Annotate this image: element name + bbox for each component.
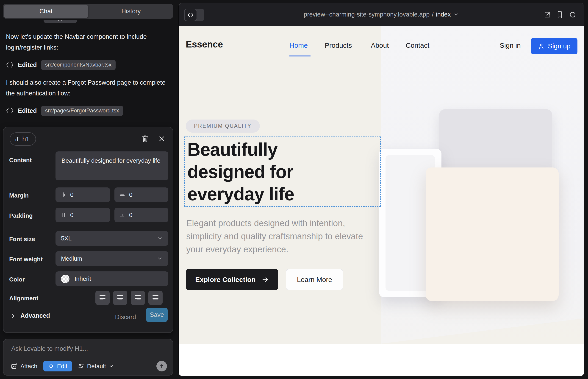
edited-file-row: Edited src/pages/ForgotPassword.tsx xyxy=(6,106,123,116)
chevron-down-icon xyxy=(157,235,163,241)
align-justify-button[interactable] xyxy=(148,291,163,305)
browser-toolbar: preview--charming-site-symphony.lovable.… xyxy=(179,3,584,26)
color-label: Color xyxy=(9,276,25,283)
send-button[interactable] xyxy=(156,361,167,371)
sliders-icon xyxy=(78,363,84,369)
margin-x-field[interactable] xyxy=(56,188,110,202)
code-icon xyxy=(6,62,14,68)
code-icon xyxy=(6,108,14,114)
url-host: preview--charming-site-symphony.lovable.… xyxy=(304,11,430,18)
mobile-view-button[interactable] xyxy=(556,11,564,19)
url-separator: / xyxy=(432,11,434,18)
discard-button[interactable]: Discard xyxy=(115,314,136,321)
chevron-down-icon xyxy=(109,364,114,369)
font-size-label: Font size xyxy=(9,236,35,243)
align-right-button[interactable] xyxy=(131,291,145,305)
padding-x-input[interactable] xyxy=(70,211,93,219)
prompt-input[interactable] xyxy=(11,345,162,353)
edit-label: Edit xyxy=(57,363,67,370)
align-left-button[interactable] xyxy=(95,291,110,305)
chat-sidebar: Chat History Now let's update the Navbar… xyxy=(0,0,179,379)
element-editor-panel: тT h1 Content Beautifully designed for e… xyxy=(3,127,173,333)
font-weight-select[interactable]: Medium xyxy=(56,251,168,266)
hero-heading[interactable]: Beautifully designed for everyday life xyxy=(185,137,380,205)
alignment-label: Alignment xyxy=(9,295,38,302)
target-icon xyxy=(48,363,54,369)
explore-collection-button[interactable]: Explore Collection xyxy=(186,269,278,290)
edited-file-chip[interactable]: src/pages/ForgotPassword.tsx xyxy=(41,106,123,116)
color-value: Inherit xyxy=(75,275,91,283)
nav-link-contact[interactable]: Contact xyxy=(406,42,429,49)
save-button[interactable]: Save xyxy=(146,308,168,322)
padding-x-field[interactable] xyxy=(56,208,110,222)
edited-file-chip[interactable]: src/components/Navbar.tsx xyxy=(41,60,116,70)
selected-h1-outline[interactable]: Beautifully designed for everyday life xyxy=(184,137,381,207)
edited-file-row: Edited src/components/Navbar.tsx xyxy=(6,60,116,70)
close-editor-button[interactable] xyxy=(157,134,167,144)
attach-image-icon xyxy=(11,363,18,370)
nav-link-products[interactable]: Products xyxy=(325,42,352,49)
nav-link-about[interactable]: About xyxy=(371,42,389,49)
arrow-right-icon xyxy=(262,276,269,283)
user-icon xyxy=(538,43,545,49)
type-icon: тT xyxy=(15,135,19,143)
assistant-message: Now let's update the Navbar component to… xyxy=(6,31,169,53)
margin-y-input[interactable] xyxy=(129,191,152,198)
hero-heading-line: Beautifully xyxy=(187,138,380,161)
edited-label: Edited xyxy=(18,62,37,69)
edit-mode-button[interactable]: Edit xyxy=(43,361,72,371)
preview-browser-frame: preview--charming-site-symphony.lovable.… xyxy=(179,3,584,376)
color-select[interactable]: Inherit xyxy=(56,271,168,286)
content-label: Content xyxy=(9,157,32,164)
attach-label: Attach xyxy=(20,363,37,370)
margin-y-field[interactable] xyxy=(114,188,168,202)
sign-up-label: Sign up xyxy=(548,42,570,50)
app-window: Chat History Now let's update the Navbar… xyxy=(0,0,588,379)
site-logo[interactable]: Essence xyxy=(186,39,223,49)
padding-y-input[interactable] xyxy=(129,211,152,219)
sign-in-link[interactable]: Sign in xyxy=(500,42,521,49)
content-input[interactable]: Beautifully designed for everyday life xyxy=(56,151,168,180)
chevron-down-icon xyxy=(157,255,163,262)
hero-heading-line: designed for xyxy=(187,161,380,183)
nav-link-home[interactable]: Home xyxy=(289,42,308,49)
margin-vertical-icon xyxy=(119,191,125,198)
assistant-message: I should also create a Forgot Password p… xyxy=(6,77,169,99)
advanced-label: Advanced xyxy=(20,312,50,319)
learn-more-button[interactable]: Learn More xyxy=(286,269,343,290)
align-center-button[interactable] xyxy=(113,291,127,305)
address-bar[interactable]: preview--charming-site-symphony.lovable.… xyxy=(179,3,584,26)
premium-badge: PREMIUM QUALITY xyxy=(186,120,260,133)
tab-chat[interactable]: Chat xyxy=(4,5,88,18)
chevron-right-icon xyxy=(10,313,16,319)
font-size-select[interactable]: 5XL xyxy=(56,231,168,246)
prompt-composer: Attach Edit Default xyxy=(3,339,173,376)
hero-paragraph: Elegant products designed with intention… xyxy=(186,217,370,256)
font-size-value: 5XL xyxy=(61,235,72,242)
padding-y-field[interactable] xyxy=(114,208,168,222)
delete-element-button[interactable] xyxy=(140,134,150,144)
chevron-down-icon xyxy=(453,12,459,17)
margin-horizontal-icon xyxy=(60,191,66,198)
site-preview: Essence Home Products About Contact Sign… xyxy=(179,26,584,344)
open-external-button[interactable] xyxy=(543,11,552,19)
url-path: index xyxy=(436,11,451,18)
font-weight-label: Font weight xyxy=(9,256,43,263)
font-weight-value: Medium xyxy=(61,255,82,262)
scrolled-message-peek xyxy=(44,20,77,23)
padding-label: Padding xyxy=(9,212,33,219)
advanced-toggle[interactable]: Advanced xyxy=(10,312,50,319)
sign-up-button[interactable]: Sign up xyxy=(531,38,577,54)
tag-name: h1 xyxy=(22,135,29,143)
edited-label: Edited xyxy=(18,107,37,114)
model-selector[interactable]: Default xyxy=(78,363,114,370)
chat-history-tabbar: Chat History xyxy=(3,4,173,19)
decorative-card-cream xyxy=(426,168,559,301)
model-label: Default xyxy=(87,363,106,370)
selected-element-tag: тT h1 xyxy=(10,132,36,146)
margin-x-input[interactable] xyxy=(70,191,93,198)
refresh-button[interactable] xyxy=(569,11,577,19)
hero-heading-line: everyday life xyxy=(187,183,380,205)
attach-button[interactable]: Attach xyxy=(11,363,37,370)
tab-history[interactable]: History xyxy=(89,4,173,19)
